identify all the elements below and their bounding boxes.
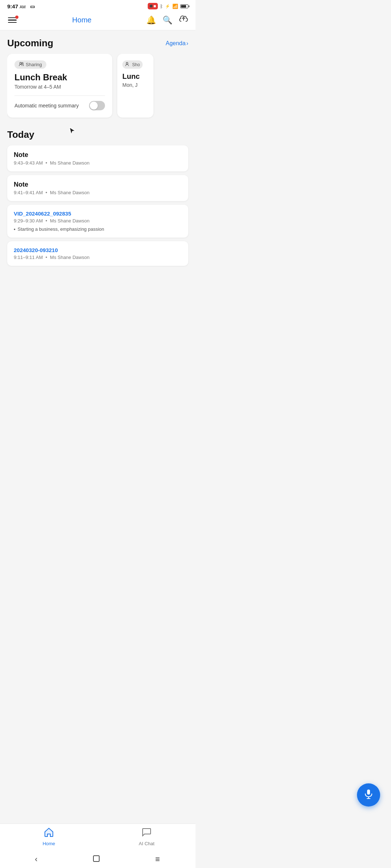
- note-author-4: Ms Shane Dawson: [50, 255, 89, 260]
- event-title-1: Lunch Break: [14, 72, 105, 82]
- note-author-3: Ms Shane Dawson: [50, 218, 89, 224]
- upcoming-cards-scroll: Sharing Lunch Break Tomorrow at 4–5 AM A…: [7, 54, 188, 119]
- note-meta-3: 9:29–9:30 AM • Ms Shane Dawson: [14, 218, 182, 224]
- sharing-badge-label-2: Sho: [132, 62, 140, 67]
- note-title-3: VID_20240622_092835: [14, 210, 182, 217]
- note-card-1[interactable]: Note 9:43–9:43 AM • Ms Shane Dawson: [7, 145, 188, 171]
- nav-icons: 🔔 🔍: [146, 15, 188, 25]
- rec-badge: ■: [148, 3, 158, 9]
- note-author-2: Ms Shane Dawson: [50, 190, 89, 195]
- sharing-badge-label: Sharing: [26, 62, 42, 67]
- auto-summary-toggle-1[interactable]: [89, 101, 105, 110]
- today-section: Today Note 9:43–9:43 AM • Ms Shane Dawso…: [7, 129, 188, 266]
- event-time-1: Tomorrow at 4–5 AM: [14, 84, 105, 90]
- note-card-2[interactable]: Note 9:41–9:41 AM • Ms Shane Dawson: [7, 175, 188, 201]
- status-icons: ■ ᛒ ⚡ 📶: [148, 3, 188, 9]
- note-title-4: 20240320-093210: [14, 247, 182, 253]
- upcoming-card-2[interactable]: Sho Lunc Mon, J: [117, 54, 154, 118]
- status-bar: 9:47 AM ▭ ■ ᛒ ⚡ 📶: [0, 0, 196, 12]
- menu-button[interactable]: [7, 17, 17, 24]
- event-divider-1: [14, 95, 105, 96]
- charging-icon: ⚡: [165, 4, 170, 9]
- upload-icon[interactable]: [179, 15, 188, 25]
- note-meta-1: 9:43–9:43 AM • Ms Shane Dawson: [14, 160, 182, 166]
- agenda-link[interactable]: Agenda: [166, 40, 189, 47]
- event-time-2: Mon, J: [122, 82, 148, 88]
- sharing-badge-2: Sho: [122, 60, 143, 69]
- upcoming-title: Upcoming: [7, 38, 53, 49]
- sharing-badge-icon: [19, 62, 24, 67]
- note-card-3[interactable]: VID_20240622_092835 9:29–9:30 AM • Ms Sh…: [7, 205, 188, 238]
- sharing-badge-icon-2: [125, 62, 130, 67]
- search-icon[interactable]: 🔍: [163, 16, 172, 25]
- svg-point-0: [20, 63, 22, 64]
- status-time: 9:47 AM ▭: [7, 3, 35, 9]
- note-bullet-3: • Starting a business, emphasizing passi…: [14, 226, 182, 232]
- top-nav: Home 🔔 🔍: [0, 12, 196, 30]
- wifi-icon: 📶: [172, 4, 178, 9]
- auto-summary-label-1: Automatic meeting summary: [14, 103, 79, 109]
- svg-point-2: [126, 63, 128, 64]
- video-icon: ▭: [30, 4, 35, 9]
- upcoming-card-1[interactable]: Sharing Lunch Break Tomorrow at 4–5 AM A…: [7, 54, 112, 118]
- note-time-4: 9:11–9:11 AM: [14, 255, 43, 260]
- note-title-1: Note: [14, 151, 182, 159]
- bluetooth-icon: ᛒ: [160, 4, 163, 9]
- upcoming-section-header: Upcoming Agenda: [7, 38, 188, 49]
- svg-point-1: [22, 63, 23, 64]
- today-title: Today: [7, 129, 188, 140]
- main-content: Upcoming Agenda Sharing Lunch Break Tomo…: [0, 30, 196, 306]
- note-bullet-text-3: Starting a business, emphasizing passion: [18, 226, 104, 232]
- sharing-badge: Sharing: [14, 60, 46, 69]
- note-time-1: 9:43–9:43 AM: [14, 160, 43, 166]
- note-card-4[interactable]: 20240320-093210 9:11–9:11 AM • Ms Shane …: [7, 241, 188, 266]
- page-title: Home: [72, 16, 91, 24]
- battery-icon: [180, 4, 188, 8]
- notification-icon[interactable]: 🔔: [146, 16, 156, 25]
- note-meta-2: 9:41–9:41 AM • Ms Shane Dawson: [14, 190, 182, 195]
- note-meta-4: 9:11–9:11 AM • Ms Shane Dawson: [14, 255, 182, 260]
- event-footer-1: Automatic meeting summary: [14, 101, 105, 110]
- note-title-2: Note: [14, 181, 182, 188]
- event-title-2: Lunc: [122, 72, 148, 81]
- note-time-2: 9:41–9:41 AM: [14, 190, 43, 195]
- note-author-1: Ms Shane Dawson: [50, 160, 89, 166]
- note-time-3: 9:29–9:30 AM: [14, 218, 43, 224]
